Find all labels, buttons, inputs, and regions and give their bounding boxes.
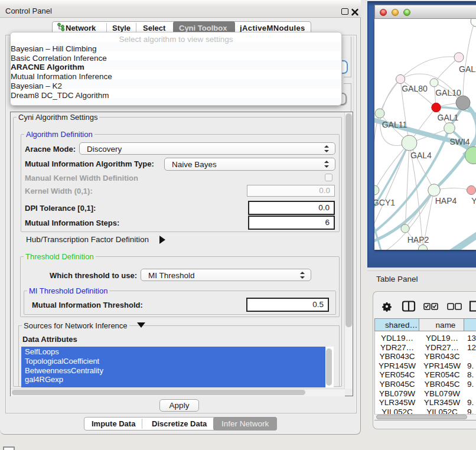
svg-text:GAL2: GAL2 (459, 64, 476, 74)
svg-text:GAL1: GAL1 (438, 113, 459, 122)
svg-text:Y: Y (471, 196, 476, 206)
svg-text:GCY1: GCY1 (374, 198, 395, 207)
svg-text:SWI4: SWI4 (449, 137, 470, 146)
svg-text:HAP4: HAP4 (435, 196, 457, 206)
svg-text:GAL11: GAL11 (382, 120, 407, 129)
svg-text:GAL10: GAL10 (435, 88, 461, 97)
svg-text:HAP2: HAP2 (407, 235, 429, 244)
svg-text:GAL80: GAL80 (402, 84, 428, 93)
svg-text:GAL4: GAL4 (410, 151, 432, 160)
